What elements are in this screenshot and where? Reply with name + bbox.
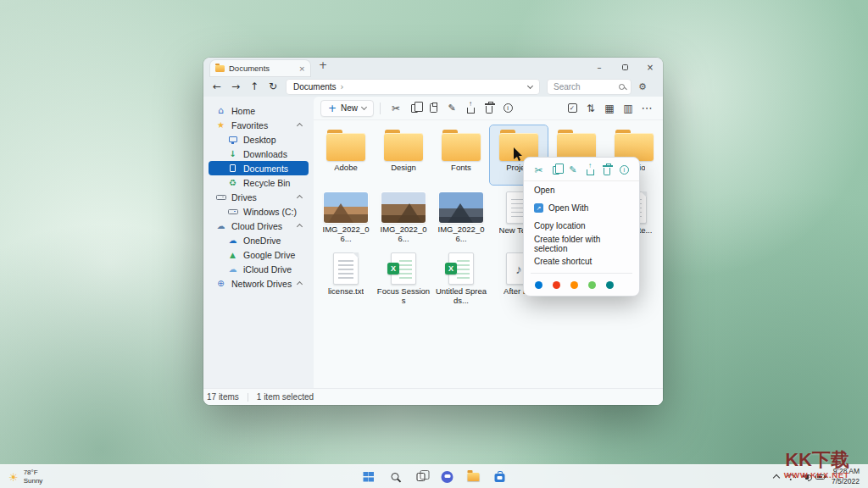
- sidebar-item-onedrive[interactable]: OneDrive: [209, 233, 309, 247]
- sidebar-section-drives[interactable]: Drives: [209, 190, 309, 204]
- tag-color-orange[interactable]: [570, 281, 578, 289]
- sidebar-item-recycle-bin[interactable]: Recycle Bin: [209, 175, 309, 190]
- search-button[interactable]: [387, 469, 403, 485]
- start-button[interactable]: [361, 469, 376, 485]
- file-label: Adobe: [334, 164, 357, 173]
- tab-title: Documents: [229, 64, 270, 73]
- file-item[interactable]: IMG_2022_06...: [375, 186, 432, 246]
- address-bar[interactable]: Documents ›: [286, 79, 540, 95]
- store-button[interactable]: [492, 469, 508, 485]
- recycle-bin-icon: [227, 178, 238, 187]
- sidebar-section-cloud-drives[interactable]: Cloud Drives: [209, 219, 309, 233]
- watermark-text: KK下载: [784, 450, 849, 470]
- title-bar[interactable]: Documents × + – ×: [203, 58, 663, 76]
- copy-icon[interactable]: [405, 99, 424, 118]
- rename-icon[interactable]: [566, 164, 579, 176]
- address-dropdown-icon[interactable]: [527, 82, 533, 88]
- chevron-icon[interactable]: [297, 195, 303, 201]
- file-item[interactable]: Design: [375, 125, 432, 185]
- tray-chevron-icon[interactable]: [773, 474, 780, 481]
- image-thumbnail: [439, 192, 483, 223]
- tag-color-red[interactable]: [553, 281, 560, 289]
- share-icon[interactable]: [584, 164, 597, 176]
- chevron-icon[interactable]: [297, 123, 303, 129]
- drive-icon: [215, 195, 226, 200]
- sidebar-item-desktop[interactable]: Desktop: [209, 132, 309, 147]
- file-item[interactable]: Fonts: [432, 125, 490, 185]
- search-icon[interactable]: [619, 84, 625, 90]
- menu-item-copy-location[interactable]: Copy location: [524, 217, 639, 235]
- tag-color-blue[interactable]: [535, 281, 542, 289]
- task-view-button[interactable]: [414, 469, 429, 485]
- image-thumbnail: [381, 192, 426, 223]
- breadcrumb[interactable]: Documents: [293, 82, 337, 92]
- search-input[interactable]: Search: [547, 79, 632, 95]
- settings-gear-icon[interactable]: ⚙: [638, 81, 647, 92]
- file-item[interactable]: IMG_2022_06...: [432, 186, 490, 246]
- folder-icon: [326, 133, 365, 161]
- maximize-button[interactable]: [612, 63, 637, 72]
- file-item[interactable]: Untitled Spreads...: [432, 247, 490, 307]
- desktop: Documents × + – × ← → ↑ ↻ Documents › Se…: [0, 0, 868, 488]
- toolbar-divider: [380, 103, 381, 114]
- cut-icon[interactable]: [532, 164, 545, 176]
- sidebar-section-favorites[interactable]: Favorites: [209, 118, 309, 132]
- rename-icon[interactable]: [442, 99, 461, 118]
- cut-icon[interactable]: [387, 99, 405, 118]
- sidebar-item-documents[interactable]: Documents: [209, 161, 309, 175]
- chevron-icon[interactable]: [297, 281, 303, 287]
- tab-close-icon[interactable]: ×: [298, 64, 305, 73]
- folder-tab-icon: [215, 65, 225, 72]
- forward-button[interactable]: →: [230, 80, 242, 92]
- properties-icon[interactable]: [498, 99, 517, 118]
- menu-item-create-folder-with-selection[interactable]: Create folder with selection: [524, 235, 639, 252]
- back-button[interactable]: ←: [211, 80, 223, 92]
- sidebar-item-icloud-drive[interactable]: iCloud Drive: [209, 262, 309, 276]
- plus-icon: +: [328, 103, 337, 114]
- refresh-button[interactable]: ↻: [267, 80, 279, 92]
- properties-icon[interactable]: [618, 164, 631, 176]
- new-button[interactable]: + New: [320, 100, 374, 117]
- layout-icon[interactable]: [600, 99, 619, 118]
- file-label: Fonts: [451, 164, 471, 173]
- sun-icon: [8, 469, 19, 485]
- file-item[interactable]: IMG_2022_06...: [317, 186, 375, 246]
- up-button[interactable]: ↑: [248, 80, 260, 92]
- multiselect-icon[interactable]: [563, 99, 581, 118]
- menu-item-open-with[interactable]: Open With: [524, 199, 639, 217]
- preview-pane-icon[interactable]: [619, 99, 637, 118]
- delete-icon[interactable]: [480, 99, 498, 118]
- desktop-icon: [227, 136, 238, 142]
- delete-icon[interactable]: [601, 164, 614, 176]
- sidebar-section-network-drives[interactable]: Network Drives: [209, 276, 309, 291]
- tag-color-green[interactable]: [588, 281, 596, 289]
- tag-color-teal[interactable]: [606, 281, 614, 289]
- file-item[interactable]: license.txt: [317, 247, 375, 307]
- file-explorer-button[interactable]: [466, 469, 481, 485]
- share-icon[interactable]: [461, 99, 480, 118]
- chat-button[interactable]: [440, 469, 455, 485]
- sidebar-item-google-drive[interactable]: Google Drive: [209, 247, 309, 262]
- google-drive-icon: [227, 251, 238, 259]
- file-item[interactable]: Focus Sessions: [375, 247, 432, 307]
- new-tab-button[interactable]: +: [319, 59, 327, 71]
- open-with-icon: [534, 203, 543, 213]
- chevron-icon[interactable]: [297, 224, 303, 230]
- menu-item-create-shortcut[interactable]: Create shortcut: [524, 252, 639, 270]
- close-button[interactable]: ×: [637, 63, 663, 72]
- sidebar-item-home[interactable]: Home: [209, 103, 309, 118]
- tab-documents[interactable]: Documents ×: [210, 60, 310, 76]
- image-thumbnail: [324, 192, 368, 223]
- sidebar-item-windows-c[interactable]: Windows (C:): [209, 204, 309, 219]
- watermark: KK下载 WWW.KKX.NET: [784, 450, 849, 480]
- weather-widget[interactable]: 78°F Sunny: [0, 465, 51, 488]
- sort-icon[interactable]: [581, 99, 600, 118]
- sidebar-item-downloads[interactable]: Downloads: [209, 147, 309, 161]
- more-options-icon[interactable]: [637, 99, 656, 118]
- menu-item-open[interactable]: Open: [524, 181, 639, 199]
- minimize-button[interactable]: –: [587, 63, 612, 72]
- icloud-icon: [227, 264, 238, 274]
- file-item[interactable]: Adobe: [317, 125, 375, 185]
- copy-icon[interactable]: [549, 164, 562, 176]
- paste-icon[interactable]: [424, 99, 442, 118]
